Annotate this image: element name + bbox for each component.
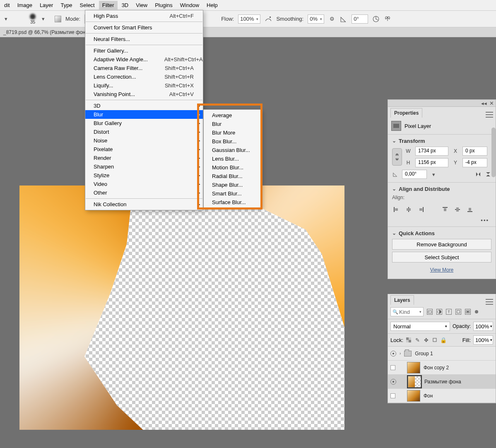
menu-view[interactable]: View: [132, 1, 151, 10]
menu-filter[interactable]: Filter: [99, 1, 118, 10]
angle-caret-icon[interactable]: ▾: [430, 171, 437, 178]
layer-name[interactable]: Фон: [424, 393, 433, 399]
layer-filter-kind[interactable]: 🔍 Kind: [390, 307, 424, 316]
filter-smart-icon[interactable]: [465, 309, 471, 315]
submenu-blur[interactable]: Blur: [204, 120, 261, 128]
submenu-radial-blur[interactable]: Radial Blur...: [204, 172, 261, 181]
document-tab[interactable]: _8719.psd @ 66,7% (Размытие фон: [0, 27, 496, 37]
panel-scrollbar[interactable]: [491, 128, 496, 177]
menu-blur-sub[interactable]: Blur: [85, 110, 203, 119]
align-bottom-icon[interactable]: [467, 206, 473, 213]
visibility-toggle-icon[interactable]: [390, 379, 396, 385]
lock-all-icon[interactable]: 🔒: [441, 337, 446, 343]
visibility-toggle-icon[interactable]: [390, 365, 395, 370]
butterfly-icon[interactable]: [384, 15, 391, 23]
x-input[interactable]: 0 px: [462, 147, 487, 156]
submenu-smart-blur[interactable]: Smart Blur...: [204, 189, 261, 198]
align-hcenter-icon[interactable]: [405, 206, 412, 213]
align-right-icon[interactable]: [418, 206, 424, 213]
menu-sharpen-sub[interactable]: Sharpen: [85, 162, 203, 171]
menu-other-sub[interactable]: Other: [85, 188, 203, 197]
smoothing-select[interactable]: 0%: [308, 14, 324, 24]
align-vcenter-icon[interactable]: [454, 206, 461, 213]
brush-angle-input[interactable]: 0°: [352, 14, 368, 24]
menu-select[interactable]: Select: [77, 1, 98, 10]
submenu-lens-blur[interactable]: Lens Blur...: [204, 154, 261, 163]
height-input[interactable]: 1156 px: [415, 158, 448, 167]
fill-input[interactable]: 100%: [473, 335, 493, 344]
brush-caret-icon[interactable]: ▾: [40, 16, 46, 22]
opacity-input[interactable]: 100%: [473, 322, 493, 331]
layer-name[interactable]: Размытие фона: [424, 379, 461, 385]
menu-camera-raw[interactable]: Camera Raw Filter...Shift+Ctrl+A: [85, 64, 203, 72]
menu-liquify[interactable]: Liquify...Shift+Ctrl+X: [85, 81, 203, 90]
pressure-opacity-icon[interactable]: [372, 15, 380, 23]
menu-last-filter[interactable]: High PassAlt+Ctrl+F: [85, 12, 203, 20]
lock-transparency-icon[interactable]: [406, 337, 412, 343]
close-icon[interactable]: ✕: [489, 100, 494, 106]
canvas[interactable]: [19, 185, 344, 430]
filter-shape-icon[interactable]: [455, 309, 461, 315]
quick-actions-header[interactable]: Quick Actions: [392, 230, 491, 236]
align-left-icon[interactable]: [393, 206, 400, 213]
flip-horizontal-icon[interactable]: [475, 171, 482, 178]
lock-position-icon[interactable]: ✥: [423, 337, 429, 343]
select-subject-button[interactable]: Select Subject: [392, 252, 491, 263]
filter-toggle-icon[interactable]: [475, 310, 478, 313]
filter-type-icon[interactable]: T: [446, 309, 452, 315]
menu-filter-gallery[interactable]: Filter Gallery...: [85, 46, 203, 55]
flow-select[interactable]: 100%: [238, 14, 260, 24]
brush-panel-icon[interactable]: [55, 16, 61, 22]
menu-pixelate-sub[interactable]: Pixelate: [85, 145, 203, 154]
submenu-blur-more[interactable]: Blur More: [204, 128, 261, 137]
menu-neural-filters[interactable]: Neural Filters...: [85, 35, 203, 43]
collapse-icon[interactable]: ◂◂: [481, 100, 487, 106]
width-input[interactable]: 1734 px: [415, 147, 448, 156]
align-header[interactable]: Align and Distribute: [392, 186, 491, 192]
menu-type[interactable]: Type: [57, 1, 75, 10]
lock-artboard-icon[interactable]: [432, 337, 438, 343]
layer-item-group[interactable]: › Group 1: [388, 347, 496, 361]
filter-adjust-icon[interactable]: [436, 309, 442, 315]
flip-vertical-icon[interactable]: [485, 171, 491, 178]
panel-menu-icon[interactable]: [486, 112, 493, 118]
layer-item-selected[interactable]: Размытие фона: [388, 375, 496, 389]
blend-mode-select-layers[interactable]: Normal: [390, 322, 450, 331]
align-top-icon[interactable]: [442, 206, 448, 213]
menu-blur-gallery-sub[interactable]: Blur Gallery: [85, 119, 203, 128]
more-options-icon[interactable]: •••: [392, 217, 491, 223]
layer-name[interactable]: Group 1: [415, 351, 433, 356]
lock-image-icon[interactable]: ✎: [414, 337, 420, 343]
tab-layers[interactable]: Layers: [390, 295, 414, 305]
submenu-gaussian-blur[interactable]: Gaussian Blur...: [204, 146, 261, 154]
layer-name[interactable]: Фон copy 2: [424, 365, 449, 371]
link-wh-icon[interactable]: [392, 148, 402, 166]
filter-pixel-icon[interactable]: [427, 309, 433, 315]
submenu-motion-blur[interactable]: Motion Blur...: [204, 163, 261, 172]
remove-background-button[interactable]: Remove Background: [392, 239, 491, 250]
menu-plugins[interactable]: Plugins: [152, 1, 176, 10]
view-more-link[interactable]: View More: [392, 265, 491, 275]
menu-render-sub[interactable]: Render: [85, 154, 203, 162]
menu-edit[interactable]: dit: [1, 1, 13, 10]
disclosure-icon[interactable]: ›: [400, 351, 401, 356]
gear-icon[interactable]: ⚙: [328, 15, 336, 23]
layer-item[interactable]: Фон: [388, 389, 496, 403]
menu-noise-sub[interactable]: Noise: [85, 136, 203, 145]
tool-preset-caret-icon[interactable]: ▾: [2, 16, 9, 22]
menu-help[interactable]: Help: [203, 1, 221, 10]
brush-preview[interactable]: 35: [30, 14, 36, 24]
menu-video-sub[interactable]: Video: [85, 180, 203, 188]
menu-window[interactable]: Window: [177, 1, 202, 10]
menu-nik-collection[interactable]: Nik Collection: [85, 200, 203, 209]
visibility-toggle-icon[interactable]: [390, 393, 395, 398]
submenu-average[interactable]: Average: [204, 111, 261, 120]
airbrush-icon[interactable]: [265, 15, 272, 23]
transform-header[interactable]: Transform: [392, 138, 491, 144]
menu-layer[interactable]: Layer: [36, 1, 57, 10]
submenu-surface-blur[interactable]: Surface Blur...: [204, 198, 261, 207]
menu-vanishing-point[interactable]: Vanishing Point...Alt+Ctrl+V: [85, 90, 203, 99]
menu-image[interactable]: Image: [14, 1, 36, 10]
menu-distort-sub[interactable]: Distort: [85, 128, 203, 136]
visibility-toggle-icon[interactable]: [390, 351, 396, 356]
